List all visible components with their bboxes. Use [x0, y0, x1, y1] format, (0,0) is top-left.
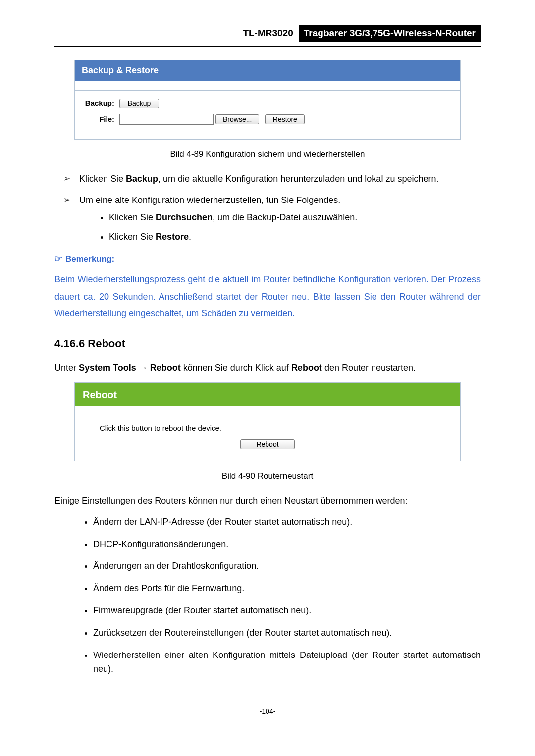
- list-item: Änderungen an der Drahtloskonfiguration.: [93, 559, 481, 573]
- restart-intro: Einige Einstellungen des Routers können …: [54, 494, 481, 508]
- text: .: [189, 232, 191, 242]
- text: Unter: [54, 363, 79, 373]
- backup-panel-title: Backup & Restore: [75, 60, 460, 81]
- text: , um die aktuelle Konfiguration herunter…: [158, 174, 438, 184]
- bold: Reboot: [291, 363, 322, 373]
- note-body: Beim Wiederherstellungsprozess geht die …: [54, 271, 481, 322]
- backup-button[interactable]: Backup: [119, 99, 159, 108]
- backup-restore-panel: Backup & Restore Backup: Backup File: Br…: [74, 60, 461, 140]
- reboot-panel-body: Click this button to reboot the device. …: [75, 416, 460, 461]
- bold: Backup: [126, 174, 158, 184]
- header-divider: [54, 46, 481, 47]
- backup-panel-body: Backup: Backup File: Browse... Restore: [75, 91, 460, 139]
- browse-button[interactable]: Browse...: [215, 114, 259, 124]
- text: Klicken Sie: [109, 212, 156, 222]
- text: können Sie durch Klick auf: [181, 363, 291, 373]
- hand-icon: ☞: [54, 252, 62, 266]
- restart-list: Ändern der LAN-IP-Adresse (der Router st…: [93, 515, 481, 676]
- list-item: Ändern des Ports für die Fernwartung.: [93, 581, 481, 596]
- reboot-text: Click this button to reboot the device.: [100, 422, 435, 434]
- note-heading: ☞Bemerkung:: [54, 252, 481, 266]
- sub-item-1: Klicken Sie Durchsuchen, um die Backup-D…: [109, 210, 481, 225]
- panel-spacer: [75, 406, 460, 416]
- text: den Router neustarten.: [322, 363, 416, 373]
- product-subtitle: Tragbarer 3G/3,75G-Wireless-N-Router: [299, 25, 481, 42]
- bold: Durchsuchen: [156, 212, 213, 222]
- sub-instruction-list: Klicken Sie Durchsuchen, um die Backup-D…: [109, 210, 481, 244]
- panel-spacer: [75, 81, 460, 91]
- text: , um die Backup-Datei auszuwählen.: [213, 212, 357, 222]
- restore-button[interactable]: Restore: [265, 114, 305, 124]
- page-header: TL-MR3020 Tragbarer 3G/3,75G-Wireless-N-…: [54, 25, 481, 42]
- backup-row: Backup: Backup: [80, 98, 455, 109]
- instruction-list: Klicken Sie Backup, um die aktuelle Konf…: [63, 172, 481, 244]
- section-heading: 4.16.6 Reboot: [54, 335, 481, 352]
- file-label: File:: [80, 113, 119, 125]
- text: Klicken Sie: [109, 232, 156, 242]
- reboot-button[interactable]: Reboot: [240, 439, 295, 449]
- reboot-panel-title: Reboot: [75, 383, 460, 406]
- file-row: File: Browse... Restore: [80, 113, 455, 125]
- instruction-item-2: Um eine alte Konfiguration wiederherzust…: [63, 193, 481, 244]
- list-item: Ändern der LAN-IP-Adresse (der Router st…: [93, 515, 481, 529]
- reboot-button-wrap: Reboot: [100, 438, 435, 450]
- instruction-item-1: Klicken Sie Backup, um die aktuelle Konf…: [63, 172, 481, 186]
- figure-caption-2: Bild 4-90 Routerneustart: [54, 469, 481, 483]
- list-item: Firmwareupgrade (der Router startet auto…: [93, 604, 481, 618]
- bold: System Tools → Reboot: [79, 363, 181, 373]
- reboot-intro: Unter System Tools → Reboot können Sie d…: [54, 361, 481, 375]
- model-label: TL-MR3020: [240, 25, 296, 42]
- backup-label: Backup:: [80, 98, 119, 109]
- file-input[interactable]: [119, 114, 214, 125]
- list-item: Zurücksetzen der Routereinstellungen (de…: [93, 626, 481, 640]
- text: Um eine alte Konfiguration wiederherzust…: [79, 195, 340, 205]
- reboot-panel: Reboot Click this button to reboot the d…: [74, 382, 461, 461]
- figure-caption-1: Bild 4-89 Konfiguration sichern und wied…: [54, 148, 481, 161]
- list-item: Wiederherstellen einer alten Konfigurati…: [93, 648, 481, 677]
- note-title: Bemerkung:: [65, 254, 114, 264]
- bold: Restore: [156, 232, 189, 242]
- list-item: DHCP-Konfigurationsänderungen.: [93, 537, 481, 552]
- text: Klicken Sie: [79, 174, 126, 184]
- sub-item-2: Klicken Sie Restore.: [109, 230, 481, 244]
- page-number: -104-: [54, 706, 481, 717]
